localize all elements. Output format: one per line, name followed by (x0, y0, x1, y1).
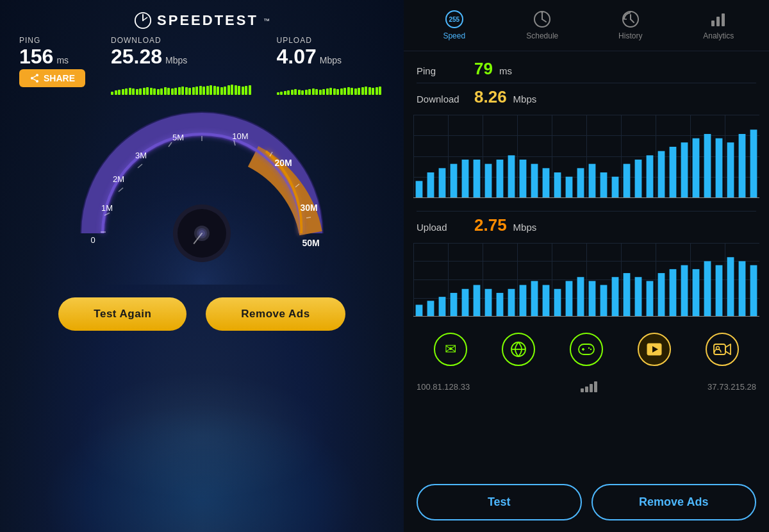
right-upload-value: 2.75 (474, 215, 507, 235)
right-download-stat: Download 8.26 Mbps (417, 87, 756, 107)
right-stats: Ping 79 ms Download 8.26 Mbps (404, 51, 769, 115)
ping-value: 156 (19, 46, 53, 67)
download-value: 25.28 (111, 46, 162, 67)
speedtest-logo-icon (134, 12, 152, 29)
stats-row: PING 156 ms SHARE DOWNLOAD 25.28 Mbps (0, 36, 404, 95)
svg-line-6 (33, 79, 37, 81)
upload-label: UPLOAD (277, 36, 382, 45)
right-download-unit: Mbps (513, 94, 537, 104)
download-mini-bars (111, 69, 251, 95)
video-call-icon-button[interactable] (706, 333, 739, 366)
download-chart-section (404, 115, 769, 201)
right-ping-value: 79 (474, 59, 493, 79)
upload-chart-section (404, 243, 769, 320)
email-icon-button[interactable]: ✉ (434, 333, 467, 366)
app-title: SPEEDTEST (157, 12, 258, 29)
svg-rect-43 (716, 17, 720, 26)
ping-label: PING (19, 36, 85, 45)
video-play-icon-button[interactable] (638, 333, 671, 366)
signal-bar-4 (594, 381, 597, 392)
left-panel: SPEEDTEST™ PING 156 ms SHARE DOWNLOAD (0, 0, 404, 532)
ip-left: 100.81.128.33 (417, 382, 470, 392)
share-button[interactable]: SHARE (19, 69, 85, 87)
analytics-icon (709, 10, 727, 28)
svg-point-50 (590, 349, 591, 350)
svg-point-4 (31, 77, 33, 79)
speedometer-svg: 0 1M 2M 3M 5M 10M 20M 30M 50M (54, 92, 349, 285)
tab-analytics[interactable]: Analytics (675, 5, 763, 46)
ping-stat: PING 156 ms SHARE (19, 36, 85, 95)
tab-history[interactable]: History (586, 5, 675, 46)
speedometer: 0 1M 2M 3M 5M 10M 20M 30M 50M (54, 92, 349, 285)
test-button[interactable]: Test (417, 484, 582, 520)
right-download-label: Download (417, 94, 468, 104)
tabs-row: 255 Speed Schedule History (404, 0, 769, 51)
ip-row: 100.81.128.33 37.73.215.28 (404, 376, 769, 397)
upload-chart (413, 243, 759, 317)
game-icon-button[interactable] (570, 333, 603, 366)
svg-point-5 (36, 80, 38, 83)
tab-schedule-label: Schedule (526, 31, 558, 40)
svg-rect-44 (722, 13, 725, 26)
share-label: SHARE (44, 73, 75, 83)
video-play-icon (647, 343, 662, 356)
svg-line-41 (631, 19, 634, 22)
tab-speed-label: Speed (443, 31, 465, 40)
download-chart (413, 115, 759, 198)
right-ping-stat: Ping 79 ms (417, 59, 756, 79)
share-icon (29, 73, 40, 83)
svg-line-34 (306, 217, 311, 218)
remove-ads-button-left[interactable]: Remove Ads (206, 297, 345, 331)
svg-point-49 (588, 347, 590, 349)
right-upload-stats: Upload 2.75 Mbps (404, 201, 769, 243)
svg-rect-42 (711, 21, 715, 26)
right-panel: 255 Speed Schedule History (404, 0, 769, 532)
upload-stat: UPLOAD 4.07 Mbps (277, 36, 382, 95)
bottom-buttons: Test Again Remove Ads (58, 297, 345, 331)
ip-right: 37.73.215.28 (707, 382, 756, 392)
svg-text:3M: 3M (135, 151, 147, 160)
app-header: SPEEDTEST™ (134, 12, 270, 29)
speed-badge-value: 255 (449, 16, 459, 23)
svg-text:0: 0 (90, 235, 95, 245)
download-stat: DOWNLOAD 25.28 Mbps (111, 36, 251, 95)
upload-unit: Mbps (320, 55, 342, 65)
upload-value: 4.07 (277, 46, 317, 67)
signal-bar-2 (585, 387, 588, 392)
right-upload-label: Upload (417, 222, 468, 233)
svg-point-38 (542, 12, 543, 14)
right-download-value: 8.26 (474, 87, 507, 107)
svg-text:30M: 30M (300, 203, 317, 213)
svg-line-2 (143, 17, 147, 21)
tab-history-label: History (618, 31, 642, 40)
svg-marker-54 (725, 344, 731, 354)
signal-bar-3 (590, 384, 593, 392)
svg-line-37 (542, 19, 546, 22)
ping-unit: ms (56, 55, 69, 65)
right-upload-unit: Mbps (513, 222, 537, 233)
svg-point-3 (36, 74, 38, 76)
svg-line-7 (33, 76, 37, 78)
tab-speed[interactable]: 255 Speed (410, 5, 499, 46)
right-ping-label: Ping (417, 65, 468, 76)
signal-bar-1 (581, 388, 584, 392)
svg-text:1M: 1M (101, 203, 113, 213)
signal-bars (581, 381, 597, 392)
svg-text:10M: 10M (232, 131, 248, 141)
svg-text:2M: 2M (113, 174, 124, 184)
download-label: DOWNLOAD (111, 36, 251, 45)
browser-icon-button[interactable] (502, 333, 535, 366)
upload-mini-bars (277, 69, 382, 95)
schedule-icon (533, 10, 551, 28)
right-bottom-buttons: Test Remove Ads (404, 476, 769, 532)
svg-text:20M: 20M (274, 158, 292, 168)
svg-text:50M: 50M (302, 238, 319, 248)
history-icon (622, 10, 640, 28)
right-remove-ads-button[interactable]: Remove Ads (591, 484, 757, 520)
test-again-button[interactable]: Test Again (58, 297, 186, 331)
app-icons-row: ✉ (404, 322, 769, 376)
tab-analytics-label: Analytics (703, 31, 734, 40)
speed-circle-badge: 255 (445, 10, 463, 28)
trademark: ™ (263, 17, 270, 24)
tab-schedule[interactable]: Schedule (499, 5, 587, 46)
